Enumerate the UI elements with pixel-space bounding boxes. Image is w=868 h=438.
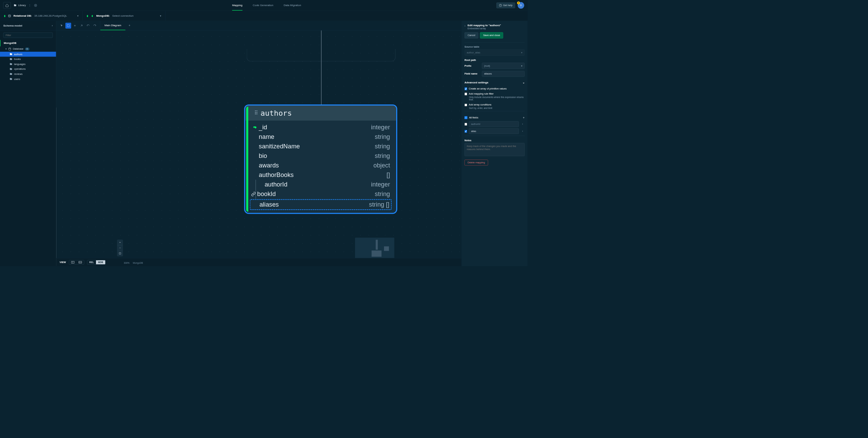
entity-accent [246,107,248,212]
relational-db-selector[interactable]: ▮ Relational DB: 35.188.248.28-PostgreSQ… [0,11,83,21]
diagram-tab-main[interactable]: Main Diagram [100,21,125,30]
rule-filter-checkbox[interactable] [465,93,467,95]
prefix-select[interactable]: (root) ▾ [482,63,525,69]
field-name[interactable]: name string [251,132,390,142]
advanced-settings-toggle[interactable]: Advanced settings ⌄ [465,79,525,86]
field-bookid[interactable]: bookId string [257,189,390,199]
avatar-badge: 1 [517,1,520,4]
array-conditions-checkbox[interactable] [465,104,467,107]
expand-panel-icon[interactable]: › [465,24,466,28]
field-id[interactable]: _id integer [251,123,390,132]
svg-rect-5 [119,253,121,254]
gear-icon[interactable] [34,4,37,7]
view-opt-rel[interactable]: REL [87,260,96,264]
folder-icon [10,58,13,61]
field-sanitizedname[interactable]: sanitizedName string [251,142,390,151]
zoom-in-button[interactable]: + [117,240,123,245]
mongo-value: Select connection [112,14,133,17]
field-authorid-input[interactable] [469,121,519,127]
home-icon [5,4,9,7]
help-icon [499,4,502,7]
folder-icon [10,53,13,56]
cursor-tool[interactable] [59,23,65,29]
field-expand-icon[interactable]: ‹ [520,130,525,133]
zoom-level: 300% [124,262,129,264]
tree-database[interactable]: ▾ Database 6 [0,46,56,52]
sidebar-item-books[interactable]: books [0,57,56,62]
connector-line [321,30,321,105]
field-alias-checkbox[interactable] [465,130,467,132]
kebab-icon[interactable]: ⋮ [29,4,31,7]
folder-icon [10,68,13,71]
home-button[interactable] [3,2,11,9]
folder-icon [10,63,13,66]
diagram-canvas[interactable]: ⠿ authors _id integer name string [56,30,461,266]
field-expand-icon[interactable]: ‹ [520,123,525,126]
rule-filter-label: Add mapping rule filter [469,92,494,95]
collapse-sidebar-icon[interactable]: ‹ [52,24,53,27]
entity-authors[interactable]: ⠿ authors _id integer name string [244,104,397,214]
source-table-select[interactable]: author_alias ▾ [465,49,525,55]
primitive-array-label: Create an array of primitive values [469,87,507,90]
svg-point-3 [9,48,11,49]
chevron-down-icon: ⌄ [523,81,525,84]
zoom-out-button[interactable]: − [117,245,123,251]
sidebar-title: Schema model [3,24,22,27]
get-help-label: Get help [503,4,513,7]
sidebar-item-operations[interactable]: operations [0,67,56,72]
sidebar-item-languages[interactable]: languages [0,62,56,67]
view-opt-mdb[interactable]: MDB [96,260,105,264]
canvas-area: Main Diagram + ⠿ authors _id [56,21,461,266]
redo-button[interactable] [92,23,98,29]
indeterminate-checkbox-icon[interactable]: − [465,116,468,119]
notes-textarea[interactable] [465,143,525,156]
zoom-fit-button[interactable] [117,251,123,256]
mongodb-selector[interactable]: ▮ MongoDB: Select connection ▾ [83,11,165,21]
field-authorbooks[interactable]: authorBooks [] [251,170,390,180]
field-alias-input[interactable] [469,128,519,134]
view-db-toggle: REL MDB [87,260,106,264]
get-help-button[interactable]: Get help [496,2,515,8]
field-authorid-checkbox[interactable] [465,123,467,126]
view-opt-split-h[interactable] [69,260,77,264]
field-awards[interactable]: awards object [251,161,390,170]
breadcrumb[interactable]: Library [14,4,26,7]
cancel-button[interactable]: Cancel [465,32,479,38]
sidebar-item-reviews[interactable]: reviews [0,71,56,77]
sidebar-item-authors[interactable]: authors [0,52,56,57]
undo-button[interactable] [85,23,91,29]
view-layout-toggle [69,260,84,264]
chevron-down-icon: ▾ [521,64,523,67]
field-authorid[interactable]: authorId integer [257,180,390,189]
fieldname-input[interactable] [482,71,525,77]
field-aliases[interactable]: aliases string [] [250,199,392,210]
avatar[interactable]: 1 D [518,2,524,9]
add-field-button[interactable]: + [523,116,525,119]
save-button[interactable]: Save and close [480,32,503,38]
schema-tree: MongoDB ▾ Database 6 authors books [0,40,56,266]
entity-fields: _id integer name string sanitizedName st… [245,120,396,213]
entity-header[interactable]: ⠿ authors [245,106,396,120]
delete-mapping-button[interactable]: Delete mapping [465,160,488,165]
tab-mapping[interactable]: Mapping [232,0,242,11]
array-conditions-label: Add array conditions [469,103,491,106]
tab-code-generation[interactable]: Code Generation [253,0,273,11]
field-bio[interactable]: bio string [251,151,390,161]
chevron-down-icon: ▾ [160,14,161,17]
root-path-label: Root path [465,59,525,62]
connect-tool[interactable] [79,23,84,29]
sidebar-header: Schema model ‹ [0,21,56,30]
filter-input[interactable] [3,32,53,38]
notes-label: Notes [465,139,525,142]
add-diagram-button[interactable]: + [125,24,133,28]
svg-rect-4 [67,25,69,27]
sidebar-item-users[interactable]: users [0,77,56,82]
tab-data-migration[interactable]: Data Migration [284,0,301,11]
tree-section-mongodb[interactable]: MongoDB [0,40,56,46]
minimap[interactable] [355,238,394,260]
select-tool[interactable] [65,23,71,29]
pan-tool[interactable] [72,23,78,29]
drag-handle-icon[interactable]: ⠿ [254,110,258,116]
primitive-array-checkbox[interactable] [465,87,467,90]
view-opt-split-v[interactable] [77,260,84,264]
